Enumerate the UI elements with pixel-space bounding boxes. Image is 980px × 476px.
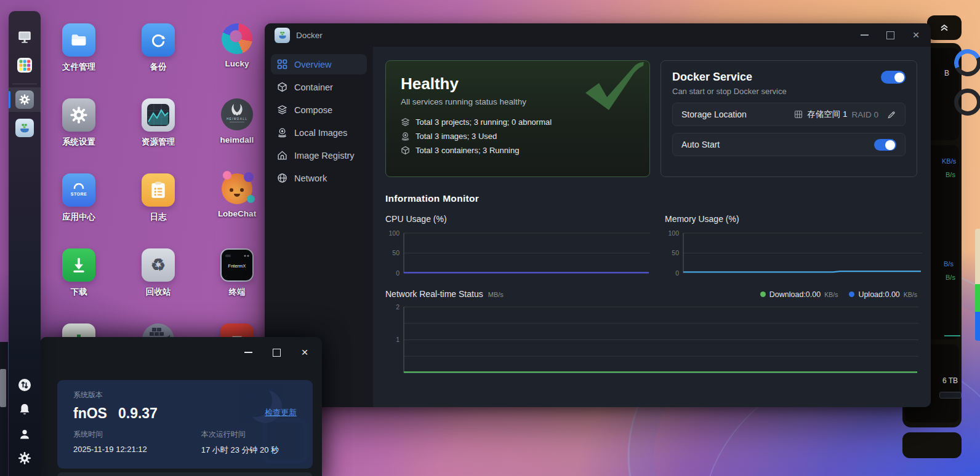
heimdall-logo-icon: HEIMDALL bbox=[221, 98, 253, 130]
taskbar-divider bbox=[12, 84, 37, 84]
uptime-label: 本次运行时间 bbox=[201, 429, 279, 440]
desktop-icon-lucky[interactable]: Lucky bbox=[200, 23, 274, 68]
close-button[interactable]: × bbox=[300, 347, 310, 357]
system-time-block: 系统时间 2025-11-19 12:21:12 bbox=[73, 429, 147, 456]
svg-text:0: 0 bbox=[396, 269, 400, 277]
auto-start-toggle[interactable] bbox=[874, 139, 896, 151]
taskbar-notifications-button[interactable] bbox=[9, 397, 41, 422]
taskbar-user-button[interactable] bbox=[9, 422, 41, 446]
health-status-card: Healthy All services running status heal… bbox=[385, 60, 650, 177]
cube-icon bbox=[401, 146, 410, 155]
desktop-icon-downloads[interactable]: 下载 bbox=[42, 248, 116, 298]
docker-service-toggle[interactable] bbox=[881, 71, 906, 84]
sidebar-item-container[interactable]: Container bbox=[271, 77, 367, 97]
check-update-link[interactable]: 检查更新 bbox=[265, 407, 297, 418]
desktop-icon-backup[interactable]: 备份 bbox=[121, 23, 195, 73]
sidebar-item-local-images[interactable]: Local Images bbox=[271, 122, 367, 143]
upload-dot bbox=[849, 292, 854, 297]
network-chart-label: Network Real-time Status bbox=[385, 289, 483, 299]
svg-text:1: 1 bbox=[396, 336, 400, 343]
svg-text:100: 100 bbox=[388, 230, 400, 237]
maximize-button[interactable] bbox=[271, 347, 281, 357]
network-chart: 12 bbox=[385, 304, 918, 381]
uptime-value: 17 小时 23 分钟 20 秒 bbox=[201, 445, 279, 456]
desktop-icon-resource-monitor[interactable]: 资源管理 bbox=[121, 98, 195, 148]
app-grid-icon bbox=[16, 57, 33, 74]
system-version-card: 系统版本 fnOS 0.9.37 检查更新 系统时间 2025-11-19 12… bbox=[57, 380, 313, 469]
taskbar-transfer-button[interactable] bbox=[9, 373, 41, 397]
system-info-window: × 系统版本 fnOS 0.9.37 检查更新 系统时间 2025-11-19 … bbox=[40, 337, 322, 476]
sidebar-item-compose[interactable]: Compose bbox=[271, 100, 367, 120]
taskbar-settings-active[interactable] bbox=[9, 87, 41, 112]
sidebar-item-label: Image Registry bbox=[294, 151, 355, 161]
docker-app-icon bbox=[275, 28, 290, 43]
sidebar-item-overview[interactable]: Overview bbox=[271, 54, 367, 74]
cube-icon bbox=[277, 82, 287, 92]
screen-edge-color-strip bbox=[975, 229, 980, 341]
sidebar-item-label: Compose bbox=[294, 105, 332, 115]
desktop-icon-lobechat[interactable]: LobeChat bbox=[200, 173, 274, 218]
docker-service-card: Docker Service Can start or stop Docker … bbox=[661, 60, 917, 177]
minimize-button[interactable] bbox=[859, 30, 869, 40]
taskbar-docker-app-button[interactable] bbox=[9, 116, 41, 140]
edit-storage-button[interactable] bbox=[887, 110, 896, 119]
download-arrow-icon bbox=[62, 248, 95, 282]
widget-collapse-button[interactable] bbox=[927, 15, 962, 40]
sidebar-item-network[interactable]: Network bbox=[271, 168, 367, 188]
uptime-block: 本次运行时间 17 小时 23 分钟 20 秒 bbox=[201, 429, 279, 456]
system-time-value: 2025-11-19 12:21:12 bbox=[73, 445, 147, 454]
clipboard-icon bbox=[142, 173, 175, 207]
desktop-icon-recycle-bin[interactable]: ♻ 回收站 bbox=[121, 248, 195, 298]
lobechat-face-icon bbox=[222, 173, 252, 204]
sidebar-item-image-registry[interactable]: Image Registry bbox=[271, 145, 367, 165]
disc-icon bbox=[277, 127, 287, 138]
transfer-icon bbox=[17, 378, 32, 392]
service-title: Docker Service bbox=[672, 71, 881, 84]
storage-total: 6 TB bbox=[942, 376, 958, 385]
sidebar-item-label: Container bbox=[294, 82, 333, 92]
maximize-button[interactable] bbox=[885, 30, 895, 40]
system-widget-panel: B KB/s B/s B/s B/s 6 TB bbox=[927, 0, 962, 476]
desktop-icon-system-settings[interactable]: 系统设置 bbox=[42, 98, 116, 148]
monitor-icon bbox=[17, 29, 33, 45]
widget-footer bbox=[902, 432, 962, 458]
cpu-usage-chart: 050100 bbox=[385, 230, 650, 278]
svg-text:50: 50 bbox=[672, 249, 679, 256]
taskbar bbox=[9, 11, 41, 476]
svg-text:FntermX: FntermX bbox=[228, 263, 246, 269]
recycle-icon: ♻ bbox=[142, 248, 175, 282]
layers-icon bbox=[277, 105, 287, 115]
os-name: fnOS bbox=[73, 405, 107, 422]
taskbar-desktop-button[interactable] bbox=[9, 25, 41, 49]
chart-screen-icon bbox=[142, 98, 175, 132]
rate-label: B/s bbox=[946, 171, 955, 178]
desktop-icon-heimdall[interactable]: HEIMDALL heimdall bbox=[200, 98, 274, 145]
service-subtitle: Can start or stop Docker service bbox=[672, 87, 881, 96]
globe-icon bbox=[277, 173, 287, 183]
memory-gauge-partial bbox=[954, 89, 980, 116]
desktop-icon-file-manager[interactable]: 文件管理 bbox=[42, 23, 116, 73]
terminal-icon: FntermX bbox=[220, 248, 254, 282]
docker-content: Healthy All services running status heal… bbox=[373, 47, 931, 407]
desktop-icon-app-center[interactable]: STORE 应用中心 bbox=[42, 173, 116, 223]
legend-download: Download:0.00 KB/s bbox=[760, 290, 838, 299]
gear-icon bbox=[62, 98, 95, 132]
taskbar-settings-button[interactable] bbox=[9, 446, 41, 470]
storage-grid-icon bbox=[794, 110, 803, 119]
system-window-titlebar[interactable]: × bbox=[40, 337, 322, 368]
home-icon bbox=[277, 150, 287, 161]
rate-label: B/s bbox=[946, 274, 955, 281]
minimize-button[interactable] bbox=[243, 347, 253, 357]
storage-location-row: Storage Location 存储空间 1 RAID 0 bbox=[672, 103, 906, 126]
rate-label: KB/s bbox=[942, 157, 956, 165]
storage-raid: RAID 0 bbox=[851, 110, 878, 119]
os-version: 0.9.37 bbox=[118, 405, 158, 422]
auto-start-label: Auto Start bbox=[681, 140, 720, 149]
healthy-check-icon bbox=[580, 62, 645, 119]
desktop-icon-logs[interactable]: 日志 bbox=[121, 173, 195, 223]
taskbar-app-grid-button[interactable] bbox=[9, 53, 41, 77]
close-button[interactable]: × bbox=[911, 30, 921, 40]
desktop-icon-terminal[interactable]: FntermX 终端 bbox=[200, 248, 274, 298]
docker-titlebar[interactable]: Docker × bbox=[265, 23, 931, 47]
mini-network-line bbox=[944, 335, 960, 336]
